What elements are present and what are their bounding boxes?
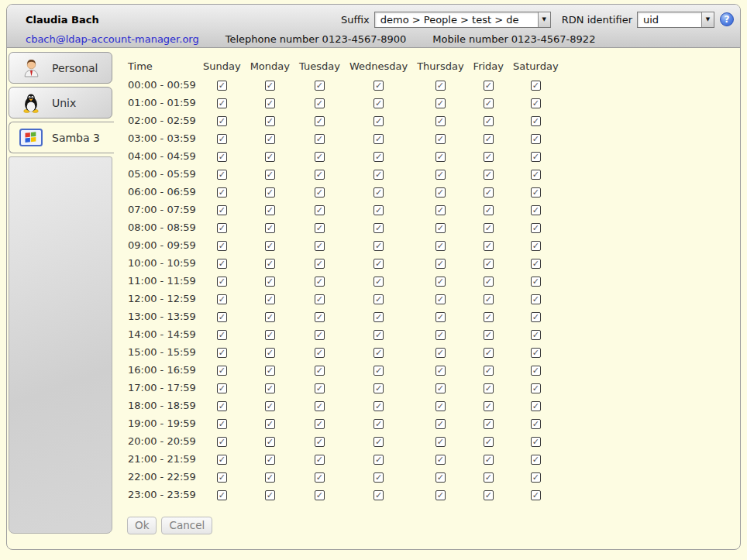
help-icon[interactable]: ? <box>720 12 734 26</box>
hour-checkbox[interactable]: ✓ <box>435 81 446 91</box>
hour-checkbox[interactable]: ✓ <box>531 205 541 215</box>
hour-checkbox[interactable]: ✓ <box>217 330 227 340</box>
hour-checkbox[interactable]: ✓ <box>484 81 494 91</box>
hour-checkbox[interactable]: ✓ <box>217 383 227 393</box>
hour-checkbox[interactable]: ✓ <box>217 472 227 483</box>
hour-checkbox[interactable]: ✓ <box>435 472 446 483</box>
hour-checkbox[interactable]: ✓ <box>265 419 275 429</box>
hour-checkbox[interactable]: ✓ <box>435 437 446 447</box>
hour-checkbox[interactable]: ✓ <box>484 419 494 429</box>
hour-checkbox[interactable]: ✓ <box>484 134 494 144</box>
hour-checkbox[interactable]: ✓ <box>435 152 446 162</box>
hour-checkbox[interactable]: ✓ <box>435 419 446 429</box>
hour-checkbox[interactable]: ✓ <box>484 259 494 269</box>
hour-checkbox[interactable]: ✓ <box>374 490 384 500</box>
tab-personal[interactable]: Personal <box>9 52 112 84</box>
hour-checkbox[interactable]: ✓ <box>531 312 541 322</box>
suffix-select[interactable]: demo > People > test > de ▼ <box>374 12 551 28</box>
hour-checkbox[interactable]: ✓ <box>374 366 384 376</box>
hour-checkbox[interactable]: ✓ <box>265 241 275 251</box>
hour-checkbox[interactable]: ✓ <box>435 455 446 465</box>
hour-checkbox[interactable]: ✓ <box>531 81 541 91</box>
hour-checkbox[interactable]: ✓ <box>531 455 541 465</box>
hour-checkbox[interactable]: ✓ <box>315 366 325 376</box>
hour-checkbox[interactable]: ✓ <box>315 116 325 126</box>
hour-checkbox[interactable]: ✓ <box>217 437 227 447</box>
hour-checkbox[interactable]: ✓ <box>265 401 275 411</box>
hour-checkbox[interactable]: ✓ <box>484 312 494 322</box>
hour-checkbox[interactable]: ✓ <box>435 205 446 215</box>
hour-checkbox[interactable]: ✓ <box>265 152 275 162</box>
hour-checkbox[interactable]: ✓ <box>315 134 325 144</box>
hour-checkbox[interactable]: ✓ <box>435 134 446 144</box>
hour-checkbox[interactable]: ✓ <box>484 205 494 215</box>
hour-checkbox[interactable]: ✓ <box>484 348 494 358</box>
hour-checkbox[interactable]: ✓ <box>374 170 384 180</box>
hour-checkbox[interactable]: ✓ <box>265 81 275 91</box>
hour-checkbox[interactable]: ✓ <box>374 383 384 393</box>
hour-checkbox[interactable]: ✓ <box>484 490 494 500</box>
hour-checkbox[interactable]: ✓ <box>265 170 275 180</box>
hour-checkbox[interactable]: ✓ <box>435 294 446 304</box>
hour-checkbox[interactable]: ✓ <box>374 223 384 233</box>
email-link[interactable]: cbach@ldap-account-manager.org <box>26 33 199 45</box>
hour-checkbox[interactable]: ✓ <box>435 330 446 340</box>
hour-checkbox[interactable]: ✓ <box>435 383 446 393</box>
hour-checkbox[interactable]: ✓ <box>531 383 541 393</box>
hour-checkbox[interactable]: ✓ <box>315 81 325 91</box>
hour-checkbox[interactable]: ✓ <box>217 134 227 144</box>
hour-checkbox[interactable]: ✓ <box>217 348 227 358</box>
hour-checkbox[interactable]: ✓ <box>484 383 494 393</box>
hour-checkbox[interactable]: ✓ <box>265 259 275 269</box>
hour-checkbox[interactable]: ✓ <box>315 223 325 233</box>
hour-checkbox[interactable]: ✓ <box>531 134 541 144</box>
hour-checkbox[interactable]: ✓ <box>435 223 446 233</box>
hour-checkbox[interactable]: ✓ <box>315 312 325 322</box>
hour-checkbox[interactable]: ✓ <box>315 401 325 411</box>
hour-checkbox[interactable]: ✓ <box>435 490 446 500</box>
hour-checkbox[interactable]: ✓ <box>217 152 227 162</box>
hour-checkbox[interactable]: ✓ <box>531 223 541 233</box>
ok-button[interactable]: Ok <box>127 517 157 534</box>
hour-checkbox[interactable]: ✓ <box>531 419 541 429</box>
hour-checkbox[interactable]: ✓ <box>217 241 227 251</box>
hour-checkbox[interactable]: ✓ <box>531 241 541 251</box>
hour-checkbox[interactable]: ✓ <box>484 294 494 304</box>
hour-checkbox[interactable]: ✓ <box>435 241 446 251</box>
hour-checkbox[interactable]: ✓ <box>217 81 227 91</box>
hour-checkbox[interactable]: ✓ <box>315 187 325 198</box>
hour-checkbox[interactable]: ✓ <box>435 401 446 411</box>
hour-checkbox[interactable]: ✓ <box>374 277 384 287</box>
hour-checkbox[interactable]: ✓ <box>531 116 541 126</box>
hour-checkbox[interactable]: ✓ <box>435 312 446 322</box>
hour-checkbox[interactable]: ✓ <box>374 348 384 358</box>
hour-checkbox[interactable]: ✓ <box>217 277 227 287</box>
hour-checkbox[interactable]: ✓ <box>315 294 325 304</box>
hour-checkbox[interactable]: ✓ <box>265 383 275 393</box>
hour-checkbox[interactable]: ✓ <box>374 116 384 126</box>
hour-checkbox[interactable]: ✓ <box>217 312 227 322</box>
hour-checkbox[interactable]: ✓ <box>217 223 227 233</box>
hour-checkbox[interactable]: ✓ <box>531 259 541 269</box>
hour-checkbox[interactable]: ✓ <box>315 98 325 108</box>
hour-checkbox[interactable]: ✓ <box>374 437 384 447</box>
hour-checkbox[interactable]: ✓ <box>374 259 384 269</box>
hour-checkbox[interactable]: ✓ <box>484 223 494 233</box>
hour-checkbox[interactable]: ✓ <box>484 98 494 108</box>
hour-checkbox[interactable]: ✓ <box>484 437 494 447</box>
hour-checkbox[interactable]: ✓ <box>265 490 275 500</box>
hour-checkbox[interactable]: ✓ <box>484 116 494 126</box>
hour-checkbox[interactable]: ✓ <box>265 455 275 465</box>
hour-checkbox[interactable]: ✓ <box>531 472 541 483</box>
hour-checkbox[interactable]: ✓ <box>315 472 325 483</box>
hour-checkbox[interactable]: ✓ <box>315 455 325 465</box>
hour-checkbox[interactable]: ✓ <box>265 366 275 376</box>
hour-checkbox[interactable]: ✓ <box>374 98 384 108</box>
hour-checkbox[interactable]: ✓ <box>531 294 541 304</box>
hour-checkbox[interactable]: ✓ <box>315 205 325 215</box>
hour-checkbox[interactable]: ✓ <box>435 170 446 180</box>
hour-checkbox[interactable]: ✓ <box>265 98 275 108</box>
hour-checkbox[interactable]: ✓ <box>374 134 384 144</box>
hour-checkbox[interactable]: ✓ <box>374 187 384 198</box>
hour-checkbox[interactable]: ✓ <box>374 152 384 162</box>
